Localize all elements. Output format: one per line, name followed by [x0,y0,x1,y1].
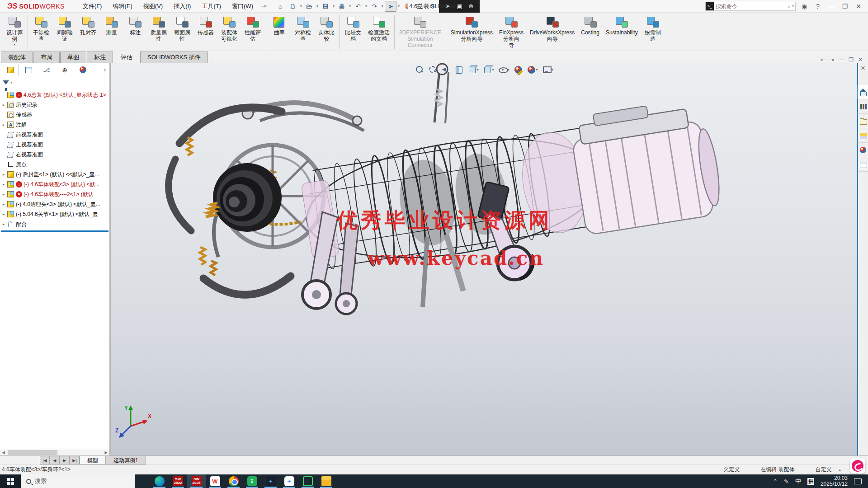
menu-3[interactable]: 插入(I) [168,0,196,12]
view-palette-tab[interactable] [858,128,868,143]
taskbar-app-wps-office[interactable]: W [206,474,224,488]
apply-scene-dropdown-icon[interactable]: ▾ [536,68,538,72]
tree-item-5[interactable]: 上视基准面 [0,140,109,150]
taskbar-app-edge[interactable] [150,474,169,488]
menu-5[interactable]: 窗口(W) [226,0,259,12]
display-style-button[interactable]: ▾ [481,64,495,75]
expand-arrow-icon[interactable]: ▸ [0,202,7,206]
redo-icon[interactable]: ↷ [368,1,380,12]
doc-close-icon[interactable]: ✕ [858,56,863,63]
tree-item-9[interactable]: ▸↓(-) 4.6车体装配<3> (默认) <默... [0,179,109,189]
scroll-left-icon[interactable]: ◀ [0,450,7,455]
new-document-icon[interactable]: 🗋︎ [287,1,299,12]
compare-bodies-button[interactable]: 实体比较 [315,14,338,51]
tree-item-4[interactable]: 前视基准面 [0,130,109,140]
symmetry-check-button[interactable]: 对称检查 [291,14,315,51]
property-manager-tab[interactable] [20,64,37,76]
section-properties-button[interactable]: 截面属性 [170,14,194,51]
tree-horizontal-scrollbar[interactable]: ◀ ▶ [0,449,109,455]
expand-arrow-icon[interactable]: ▸ [0,192,7,197]
tray-chevron-icon[interactable]: ⌃ [773,478,778,485]
open-icon[interactable]: 🗁︎ [303,1,315,12]
file-explorer-tab[interactable] [858,114,868,128]
hole-alignment-button[interactable]: 孔对齐 [76,14,100,51]
command-search-box[interactable]: >_ ⌕ ▾ [705,2,796,11]
simulationxpress-wizard-button[interactable]: SimulationXpress分析向导 [448,14,496,51]
view-settings-button[interactable]: ▾ [541,64,554,75]
notification-center-icon[interactable] [854,478,862,484]
expand-arrow-icon[interactable]: ▸ [0,103,7,107]
custom-properties-tab[interactable] [858,157,868,172]
check-active-document-button[interactable]: 检查激活的文档 [365,14,393,51]
section-view-button[interactable] [453,64,464,75]
design-study-dropdown-icon[interactable]: ▾ [14,42,15,47]
graphics-viewport[interactable]: ▾▾▾▾▾ [111,63,857,455]
search-dropdown-icon[interactable]: ▾ [791,4,795,8]
compare-documents-button[interactable]: 比较文档 [341,14,365,51]
scrollbar-thumb[interactable] [8,450,57,455]
design-library-tab[interactable] [858,99,868,114]
driveworksxpress-wizard-button[interactable]: DriveWorksXpress向导 [527,14,578,51]
tab-nav-0[interactable]: |◀ [40,456,50,465]
costing-button[interactable]: Costing [578,14,603,51]
menu-0[interactable]: 文件(F) [77,0,108,12]
command-tab-3[interactable]: 标注 [87,52,113,63]
assembly-visualization-button[interactable]: 装配体可视化 [217,14,241,51]
settings-gear-icon[interactable]: ⚙ [426,1,438,12]
mass-properties-button[interactable]: 质量属性 [147,14,170,51]
taskbar-app-message-app[interactable] [298,474,317,488]
redo-dropdown-icon[interactable]: ▾ [382,4,383,8]
status-custom[interactable]: 自定义 [815,466,831,474]
minimize-button[interactable]: — [826,3,836,10]
edit-appearance-button[interactable] [513,64,524,75]
close-button[interactable]: ✕ [854,3,863,10]
shrink-recorder-icon[interactable]: ▣ [457,3,462,9]
command-tab-0[interactable]: 装配体 [1,52,33,63]
pin-icon[interactable]: 📌︎ [260,2,269,11]
expand-arrow-icon[interactable]: ▸ [0,182,7,187]
print-icon[interactable]: 🖶︎ [336,1,348,12]
dimxpert-manager-tab[interactable]: ⊕ [56,64,73,76]
floxpress-wizard-button[interactable]: FloXpress分析向导 [496,14,527,51]
apply-scene-button[interactable]: ▾ [526,64,539,75]
tree-item-12[interactable]: ▸(-) 5.04.6关节<1> (默认) <默认_显 [0,209,109,219]
model-tab-1[interactable]: 运动算例1 [106,456,146,465]
tab-nav-1[interactable]: ◀ [50,456,60,465]
view-settings-dropdown-icon[interactable]: ▾ [552,68,553,72]
command-tab-2[interactable]: 草图 [60,52,86,63]
save-dropdown-icon[interactable]: ▾ [333,4,335,8]
sensor-button[interactable]: 传感器 [194,14,217,51]
taskbar-app-tim[interactable]: ✈ [280,474,298,488]
tree-item-13[interactable]: ▸配合 [0,219,109,229]
taskbar-app-file-explorer[interactable] [317,474,335,488]
zoom-to-area-button[interactable] [427,64,438,75]
appearances-scenes-tab[interactable] [858,143,868,157]
tab-scroll-right-icon[interactable]: ⇥ [830,56,834,63]
home-tab[interactable] [858,85,868,99]
on-demand-manufacturing-button[interactable]: 按需制造 [641,14,665,51]
taskbar-app-launcher-green[interactable]: ⠿ [243,474,261,488]
start-button[interactable] [0,474,21,488]
sustainability-button[interactable]: Sustainability [603,14,641,51]
menu-4[interactable]: 工具(T) [196,0,226,12]
view-orientation-button[interactable]: ▾ [466,64,479,75]
stop-recorder-icon[interactable]: ⊗ [468,3,473,9]
scroll-right-icon[interactable]: ▶ [103,450,109,455]
markup-button[interactable]: 标注 [123,14,147,51]
print-dropdown-icon[interactable]: ▾ [349,4,351,8]
curvature-button[interactable]: 曲率 [268,14,291,51]
model-tab-0[interactable]: 模型 [80,456,106,465]
tab-nav-2[interactable]: ▶ [60,456,70,465]
tree-item-6[interactable]: 右视基准面 [0,150,109,160]
command-tab-4[interactable]: 评估 [113,52,140,63]
tree-item-8[interactable]: ▸(-) 后封盖<1> (默认) <<默认>_显... [0,169,109,179]
hide-show-items-button[interactable]: ▾ [497,64,510,75]
record-pointer-icon[interactable]: ➤ [445,3,450,9]
display-manager-tab[interactable] [74,64,91,76]
tab-nav-3[interactable]: ▶| [70,456,80,465]
tree-item-10[interactable]: ▸✕(-) 4.6车体装配----2<1> (默认 [0,189,109,199]
taskbar-app-solidworks-2022[interactable]: SW 2022 [169,474,187,488]
undo-icon[interactable]: ↶ [352,1,364,12]
open-dropdown-icon[interactable]: ▾ [316,4,318,8]
doc-restore-icon[interactable]: ❐ [849,56,854,63]
